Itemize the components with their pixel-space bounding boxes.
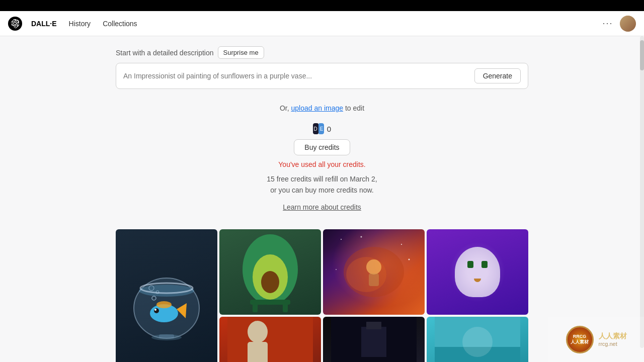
- svg-rect-22: [250, 300, 290, 305]
- space-battle-illustration: [323, 229, 425, 315]
- nav-bar: DALL·E History Collections ···: [0, 11, 644, 36]
- prompt-label: Start with a detailed description: [116, 49, 214, 57]
- svg-point-10: [154, 309, 156, 311]
- svg-text:E: E: [319, 126, 323, 132]
- svg-point-26: [336, 269, 337, 270]
- upload-row: Or, upload an image to edit: [280, 104, 364, 112]
- svg-point-9: [154, 308, 159, 313]
- fluffy-eye-left: [467, 261, 473, 268]
- gallery-item-bottom2[interactable]: [323, 317, 425, 362]
- credits-coin-icon: D E: [313, 123, 324, 134]
- svg-point-5: [139, 285, 194, 297]
- avocado-chair-illustration: [219, 229, 321, 315]
- buy-credits-button[interactable]: Buy credits: [294, 139, 350, 155]
- svg-point-19: [261, 271, 279, 293]
- svg-point-23: [341, 239, 342, 240]
- nav-collections[interactable]: Collections: [98, 17, 142, 31]
- nav-right: ···: [600, 16, 636, 32]
- svg-rect-36: [361, 327, 386, 357]
- watermark-text: 人人素材 rrcg.net: [599, 332, 627, 347]
- fluffy-body: [455, 247, 500, 297]
- svg-point-40: [462, 327, 493, 357]
- openai-icon: [11, 19, 20, 28]
- svg-rect-31: [369, 274, 379, 286]
- upload-image-link[interactable]: upload an image: [291, 104, 344, 112]
- prompt-label-row: Start with a detailed description Surpri…: [116, 46, 528, 59]
- nav-dalle[interactable]: DALL·E: [26, 17, 62, 31]
- fluffy-eyes: [467, 261, 488, 268]
- watermark-site-name: 人人素材: [599, 332, 627, 341]
- svg-rect-32: [227, 317, 313, 362]
- credits-icon: D E: [313, 123, 324, 134]
- credits-warning: You've used all your credits.: [278, 160, 365, 168]
- credits-section: D E 0 Buy credits You've used all your c…: [267, 123, 377, 211]
- figure-illustration: [219, 317, 321, 362]
- svg-point-29: [346, 257, 386, 292]
- svg-point-11: [156, 301, 172, 308]
- gallery: [116, 229, 528, 362]
- prompt-input[interactable]: [123, 72, 470, 80]
- watermark-logo: RRCG人人素材: [566, 326, 594, 353]
- scrollbar-thumb[interactable]: [640, 40, 644, 70]
- svg-point-30: [366, 259, 381, 275]
- svg-rect-34: [248, 342, 268, 362]
- svg-point-27: [409, 258, 410, 260]
- prompt-input-row: Generate: [116, 63, 528, 89]
- blue-scene-illustration: [427, 317, 528, 362]
- generate-button[interactable]: Generate: [474, 68, 521, 83]
- gallery-item-bottom1[interactable]: [219, 317, 321, 362]
- gallery-item-bottom3[interactable]: [427, 317, 528, 362]
- prompt-section: Start with a detailed description Surpri…: [116, 46, 528, 89]
- svg-point-25: [401, 244, 402, 245]
- fluffy-eye-right: [481, 261, 488, 268]
- scrollbar[interactable]: [640, 36, 644, 348]
- credits-number: 0: [327, 125, 331, 133]
- gallery-item-space[interactable]: [323, 229, 425, 315]
- upload-prefix: Or,: [280, 104, 289, 112]
- svg-rect-37: [366, 322, 381, 329]
- nav-history[interactable]: History: [64, 17, 96, 31]
- watermark: RRCG人人素材 人人素材 rrcg.net: [548, 317, 644, 362]
- credits-count: D E 0: [313, 123, 331, 134]
- svg-point-24: [361, 236, 362, 237]
- main-content: Start with a detailed description Surpri…: [0, 36, 644, 362]
- fishbowl-illustration: [126, 253, 207, 343]
- svg-point-33: [248, 321, 268, 343]
- svg-rect-16: [159, 334, 174, 338]
- top-system-bar: [0, 0, 644, 11]
- gallery-item-fishbowl[interactable]: [116, 229, 217, 362]
- avatar[interactable]: [620, 16, 636, 32]
- surprise-me-button[interactable]: Surprise me: [218, 46, 264, 59]
- learn-more-link[interactable]: Learn more about credits: [283, 203, 361, 211]
- gallery-item-fluffy[interactable]: [427, 229, 528, 315]
- credits-refill: 15 free credits will refill on March 2, …: [267, 173, 377, 196]
- dark-scene-illustration: [323, 317, 425, 362]
- gallery-item-avocado[interactable]: [219, 229, 321, 315]
- watermark-subtext: rrcg.net: [599, 341, 627, 347]
- more-options-button[interactable]: ···: [600, 16, 616, 32]
- svg-text:D: D: [313, 126, 317, 132]
- upload-suffix: to edit: [345, 104, 364, 112]
- app-logo: [8, 17, 22, 31]
